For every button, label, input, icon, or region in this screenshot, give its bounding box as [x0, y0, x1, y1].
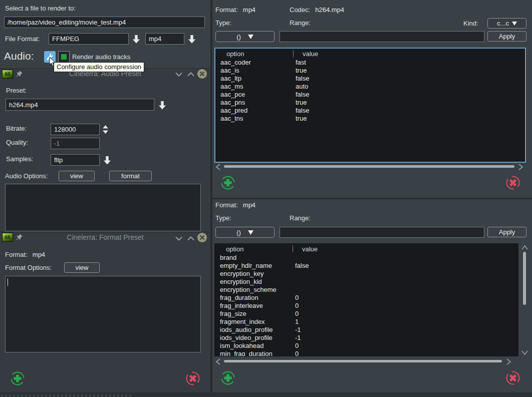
down-arrow-icon	[159, 101, 166, 110]
text-cursor	[8, 278, 8, 286]
table-row[interactable]: iods_video_profile-1	[215, 334, 518, 342]
samples-label: Samples:	[6, 155, 33, 163]
table-row[interactable]: encryption_key	[215, 270, 518, 278]
format-range-input[interactable]	[280, 227, 484, 238]
audio-options-textarea[interactable]	[5, 184, 201, 231]
table-row[interactable]: empty_hdlr_namefalse	[215, 262, 518, 270]
vertical-scrollbar-thumb[interactable]	[523, 252, 526, 305]
preset-input[interactable]: h264.mp4	[6, 99, 154, 111]
scroll-left-icon[interactable]	[214, 358, 221, 365]
preset-label: Preset:	[6, 87, 27, 94]
file-format-dropdown-button[interactable]	[131, 34, 142, 45]
table-row[interactable]: ism_lookahead0	[215, 342, 518, 350]
delete-option-button[interactable]	[505, 370, 521, 386]
table-row[interactable]: min_frag_duration0	[215, 350, 518, 356]
pin-icon[interactable]	[16, 70, 24, 78]
table-row[interactable]: frag_size0	[215, 310, 518, 318]
option-cell: frag_duration	[220, 294, 258, 302]
table-row[interactable]: frag_duration0	[215, 294, 518, 302]
table-row[interactable]: brand	[215, 254, 518, 262]
quality-input[interactable]: -1	[51, 138, 100, 149]
table-row[interactable]: aac_ltpfalse	[215, 75, 525, 83]
samples-input[interactable]: fltp	[51, 154, 100, 166]
table-row[interactable]: aac_predfalse	[215, 107, 525, 115]
close-icon[interactable]	[197, 233, 207, 242]
option-cell: aac_pred	[220, 107, 247, 115]
codec-apply-button[interactable]: Apply	[487, 31, 526, 42]
codec-label-text: Codec:	[290, 6, 310, 14]
value-column-header[interactable]: value	[302, 245, 318, 253]
table-row[interactable]: iods_audio_profile-1	[215, 326, 518, 334]
scroll-up-icon[interactable]	[521, 244, 528, 251]
audio-format-button[interactable]: format	[109, 171, 152, 181]
kind-dropdown[interactable]: c...c	[487, 18, 526, 29]
option-column-header[interactable]: option	[226, 50, 244, 58]
table-row[interactable]: aac_pnstrue	[215, 99, 525, 107]
bitrate-stepper[interactable]	[101, 124, 109, 135]
chevron-up-icon[interactable]	[186, 235, 195, 242]
add-option-button[interactable]	[220, 370, 236, 386]
scroll-right-icon[interactable]	[517, 163, 524, 170]
audio-view-button[interactable]: view	[59, 171, 95, 181]
codec-range-input[interactable]	[280, 31, 484, 42]
delete-preset-button[interactable]	[185, 370, 201, 386]
container-dropdown-button[interactable]	[186, 34, 197, 45]
add-preset-button[interactable]	[10, 370, 26, 386]
horizontal-scrollbar-thumb[interactable]	[224, 360, 502, 362]
table-row[interactable]: aac_pcefalse	[215, 91, 525, 99]
table-row[interactable]: encryption_kid	[215, 278, 518, 286]
bitrate-input[interactable]: 128000	[51, 124, 100, 135]
codec-options-table[interactable]: option value aac_coderfastaac_istrueaac_…	[214, 48, 526, 163]
table-row[interactable]: fragment_index1	[215, 318, 518, 326]
table-row[interactable]: aac_coderfast	[215, 59, 525, 67]
render-path-input[interactable]: /home/paz/video_editing/movie_test.mp4	[4, 17, 205, 28]
render-audio-checkbox[interactable]	[58, 51, 70, 63]
plus-icon	[220, 370, 236, 386]
container-input[interactable]: mp4	[145, 33, 184, 45]
option-cell: empty_hdlr_name	[220, 262, 272, 270]
option-cell: min_frag_duration	[220, 350, 273, 356]
panel-separator	[212, 198, 532, 199]
chevron-down-icon[interactable]	[174, 71, 183, 78]
x-circle-icon	[505, 370, 521, 386]
add-option-button[interactable]	[220, 175, 236, 191]
format-options-textarea[interactable]	[5, 276, 201, 352]
table-header: option value	[215, 244, 518, 254]
samples-dropdown-button[interactable]	[102, 155, 113, 166]
delete-option-button[interactable]	[505, 175, 521, 191]
table-row[interactable]: aac_msauto	[215, 83, 525, 91]
chevron-up-icon[interactable]	[186, 71, 195, 78]
format-type-dropdown[interactable]: ()	[215, 227, 275, 238]
type-value: ()	[236, 229, 241, 236]
table-row[interactable]: encryption_scheme	[215, 286, 518, 294]
value-cell: true	[296, 67, 307, 75]
option-column-header[interactable]: option	[226, 245, 243, 253]
chevron-down-icon[interactable]	[174, 235, 183, 242]
table-row[interactable]: aac_tnstrue	[215, 115, 525, 123]
scroll-left-icon[interactable]	[214, 163, 221, 170]
horizontal-scrollbar-thumb[interactable]	[224, 165, 514, 168]
file-format-input[interactable]: FFMPEG	[49, 33, 129, 45]
down-arrow-icon	[104, 156, 111, 165]
codec-type-dropdown[interactable]: ()	[215, 31, 275, 42]
scroll-down-icon[interactable]	[521, 349, 528, 356]
format-view-button[interactable]: view	[64, 262, 100, 273]
close-icon[interactable]	[197, 69, 207, 79]
column-divider[interactable]	[293, 245, 293, 252]
type-value: ()	[236, 33, 241, 41]
option-cell: aac_ms	[220, 83, 243, 91]
scroll-right-icon[interactable]	[505, 358, 512, 365]
format-apply-button[interactable]: Apply	[487, 227, 526, 237]
preset-dropdown-button[interactable]	[157, 100, 168, 111]
table-row[interactable]: aac_istrue	[215, 67, 525, 75]
pin-icon[interactable]	[16, 233, 24, 241]
format-panel-format-label: Format:mp4	[215, 201, 255, 209]
value-cell: true	[296, 115, 307, 123]
column-divider[interactable]	[293, 50, 294, 57]
value-column-header[interactable]: value	[303, 50, 318, 58]
format-options-table[interactable]: option value brandempty_hdlr_namefalseen…	[214, 243, 518, 356]
occluded-glyphs	[1, 394, 132, 396]
table-row[interactable]: frag_interleave0	[215, 302, 518, 310]
bitrate-value: 128000	[54, 126, 76, 133]
format-label-text: Format:	[5, 251, 28, 258]
